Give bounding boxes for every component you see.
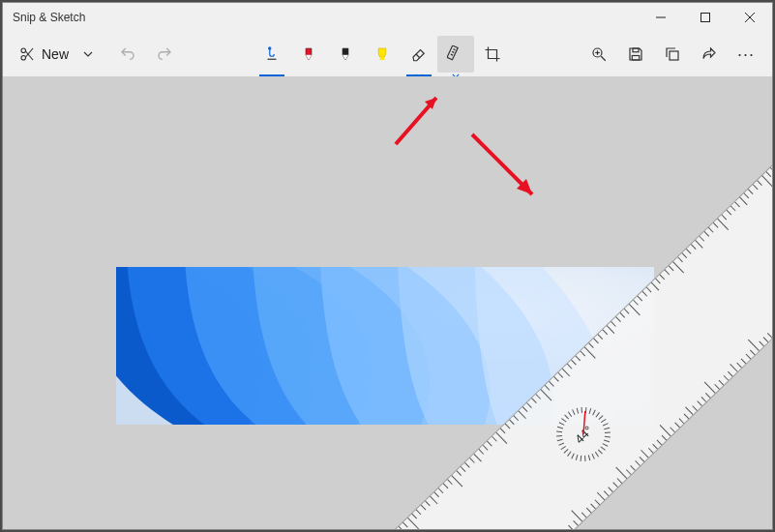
new-dropdown[interactable]	[76, 36, 100, 73]
highlighter-icon	[373, 45, 391, 63]
touch-writing-icon	[263, 45, 281, 63]
svg-line-42	[564, 449, 568, 453]
ruler-icon	[447, 45, 464, 63]
annotation-arrow	[462, 125, 550, 212]
highlighter-button[interactable]	[364, 36, 401, 73]
save-button[interactable]	[617, 36, 654, 73]
svg-line-22	[472, 134, 532, 194]
svg-line-45	[557, 437, 563, 443]
svg-line-60	[573, 411, 596, 434]
svg-line-28	[605, 429, 611, 435]
svg-line-11	[450, 54, 452, 55]
maximize-button[interactable]	[683, 3, 728, 32]
svg-line-36	[586, 455, 592, 460]
minimize-button[interactable]	[639, 3, 683, 32]
svg-line-27	[604, 426, 610, 431]
crop-icon	[484, 45, 501, 63]
svg-rect-16	[632, 56, 640, 61]
undo-button[interactable]	[109, 36, 146, 73]
svg-line-51	[565, 415, 569, 419]
svg-line-43	[561, 446, 566, 451]
svg-rect-7	[379, 57, 384, 60]
minimize-icon	[656, 13, 666, 22]
eraser-button[interactable]	[401, 36, 437, 73]
svg-line-13	[601, 56, 606, 61]
svg-line-56	[583, 407, 589, 413]
svg-line-49	[559, 421, 564, 426]
ballpoint-pen-button[interactable]	[290, 36, 327, 73]
zoom-icon	[590, 45, 608, 63]
svg-marker-21	[425, 98, 436, 109]
new-snip-icon	[18, 45, 36, 63]
svg-line-9	[453, 49, 455, 50]
share-button[interactable]	[691, 36, 728, 73]
svg-line-26	[603, 422, 608, 427]
svg-line-48	[557, 425, 563, 430]
svg-rect-17	[633, 48, 639, 52]
svg-line-54	[575, 408, 581, 414]
new-label: New	[42, 46, 69, 62]
svg-line-52	[568, 412, 573, 417]
copy-icon	[664, 45, 681, 63]
zoom-button[interactable]	[581, 36, 617, 73]
ballpoint-pen-icon	[300, 45, 317, 63]
new-button[interactable]: New	[11, 36, 76, 73]
svg-line-35	[590, 454, 595, 458]
crop-button[interactable]	[474, 36, 511, 73]
svg-point-6	[268, 47, 270, 49]
share-icon	[700, 45, 718, 63]
close-icon	[745, 13, 755, 22]
svg-line-58	[591, 410, 596, 415]
copy-button[interactable]	[654, 36, 691, 73]
svg-marker-23	[517, 179, 532, 194]
title-bar: Snip & Sketch	[3, 3, 772, 32]
svg-line-59	[595, 412, 600, 417]
svg-line-29	[605, 434, 611, 440]
svg-line-37	[582, 456, 588, 461]
ruler-angle-dial: 44°	[543, 394, 625, 476]
redo-icon	[156, 45, 173, 63]
chevron-down-icon	[83, 51, 93, 57]
svg-line-34	[595, 452, 600, 457]
toolbar: New	[3, 32, 772, 76]
svg-line-40	[570, 454, 575, 458]
svg-line-30	[604, 438, 610, 444]
svg-line-57	[587, 408, 593, 414]
more-icon: ···	[737, 44, 755, 65]
svg-line-32	[601, 446, 606, 451]
svg-line-39	[574, 455, 580, 460]
touch-writing-button[interactable]	[253, 36, 290, 73]
svg-line-20	[396, 98, 436, 144]
more-button[interactable]: ···	[728, 36, 764, 73]
svg-rect-18	[670, 51, 678, 60]
pencil-button[interactable]	[327, 36, 364, 73]
svg-line-24	[599, 416, 603, 420]
svg-line-41	[567, 452, 572, 457]
app-window: Snip & Sketch New	[2, 2, 773, 530]
angle-dial-ticks	[543, 394, 625, 476]
eraser-icon	[410, 45, 428, 63]
redo-button[interactable]	[146, 36, 183, 73]
maximize-icon	[700, 13, 710, 22]
svg-line-38	[578, 456, 583, 461]
svg-point-5	[21, 56, 26, 61]
svg-rect-8	[447, 45, 458, 60]
svg-rect-1	[701, 14, 710, 22]
svg-line-44	[558, 441, 563, 446]
save-icon	[627, 45, 644, 63]
close-button[interactable]	[728, 3, 772, 32]
svg-line-10	[452, 51, 454, 52]
svg-line-25	[601, 419, 606, 424]
pencil-icon	[337, 45, 354, 63]
ruler-button[interactable]	[437, 36, 474, 73]
svg-line-47	[556, 429, 562, 434]
svg-line-46	[556, 433, 562, 439]
svg-line-50	[561, 418, 566, 423]
canvas-area[interactable]: 44°	[3, 76, 772, 529]
window-title: Snip & Sketch	[13, 11, 85, 24]
undo-icon	[119, 45, 136, 63]
svg-line-55	[579, 407, 584, 413]
annotation-arrow	[386, 86, 454, 154]
svg-line-31	[603, 442, 608, 447]
svg-line-33	[598, 450, 602, 454]
